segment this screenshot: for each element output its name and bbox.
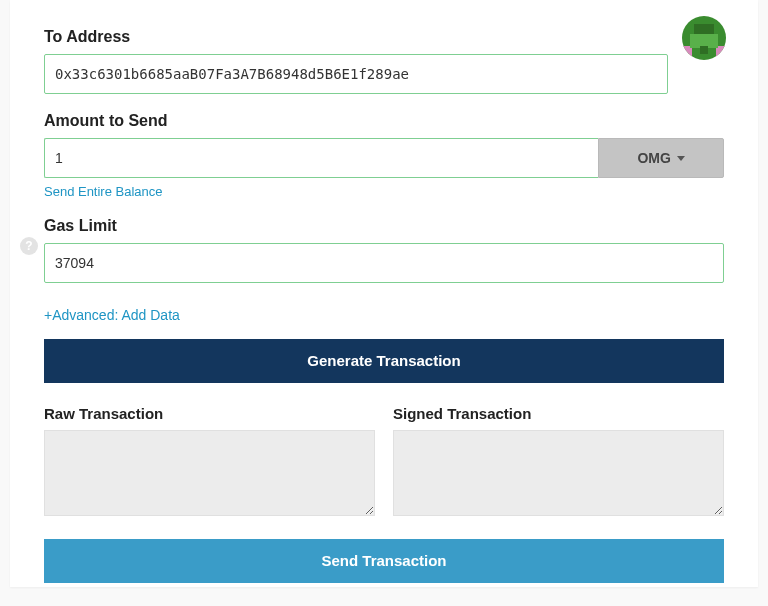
generate-transaction-button[interactable]: Generate Transaction <box>44 339 724 383</box>
send-transaction-form: ? To Address Amount to Send OMG Send Ent… <box>10 0 758 587</box>
signed-tx-label: Signed Transaction <box>393 405 724 422</box>
send-transaction-button[interactable]: Send Transaction <box>44 539 724 583</box>
gas-limit-input[interactable] <box>44 243 724 283</box>
chevron-down-icon <box>677 156 685 161</box>
gas-limit-label: Gas Limit <box>44 217 724 235</box>
help-icon[interactable]: ? <box>20 237 38 255</box>
signed-tx-textarea[interactable] <box>393 430 724 516</box>
amount-input[interactable] <box>44 138 598 178</box>
raw-tx-col: Raw Transaction <box>44 405 375 519</box>
identicon-avatar <box>682 16 726 60</box>
advanced-add-data-link[interactable]: +Advanced: Add Data <box>44 307 180 323</box>
gas-limit-group: Gas Limit <box>44 217 724 283</box>
raw-tx-label: Raw Transaction <box>44 405 375 422</box>
to-address-input[interactable] <box>44 54 668 94</box>
raw-tx-textarea[interactable] <box>44 430 375 516</box>
to-address-label: To Address <box>44 28 724 46</box>
transaction-output-row: Raw Transaction Signed Transaction <box>44 405 724 519</box>
currency-label: OMG <box>637 150 670 166</box>
amount-label: Amount to Send <box>44 112 724 130</box>
to-address-group: To Address <box>44 28 724 94</box>
signed-tx-col: Signed Transaction <box>393 405 724 519</box>
amount-group: Amount to Send OMG Send Entire Balance <box>44 112 724 199</box>
currency-dropdown[interactable]: OMG <box>598 138 724 178</box>
send-entire-balance-link[interactable]: Send Entire Balance <box>44 184 163 199</box>
